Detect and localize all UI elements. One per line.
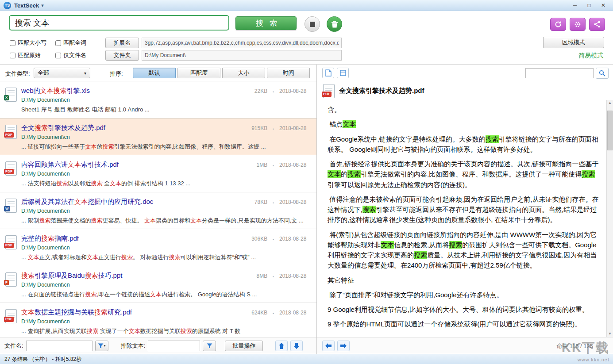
text-segment: 研究.pdf: [108, 308, 132, 316]
result-size: 915KB: [244, 125, 267, 131]
folder-field[interactable]: [142, 50, 342, 61]
scroll-up-icon[interactable]: ▲: [607, 100, 613, 106]
result-row[interactable]: P搜索引擎原理及Baidu搜索技巧.ppt8MB▪2018-08-28D:\My…: [0, 266, 316, 303]
file-type-dropdown[interactable]: 全部 ▾: [34, 68, 90, 78]
result-meta: 1MB▪2018-08-28: [244, 162, 310, 168]
simple-mode-link[interactable]: 简易模式: [578, 52, 603, 60]
sort-button-relevance[interactable]: 匹配度: [177, 68, 220, 78]
text-segment: 其它特征: [328, 276, 354, 284]
minimize-button[interactable]: ─: [569, 1, 581, 10]
exclude-filter-button[interactable]: [203, 341, 216, 351]
sort-button-time[interactable]: 时间: [267, 68, 310, 78]
sync-icon-button[interactable]: [550, 18, 566, 31]
result-filename[interactable]: 内容回顾第六讲文本索引技术.pdf: [21, 161, 244, 169]
meta-separator-icon: ▪: [273, 275, 274, 279]
result-body: 完整的搜索指南.pdf306KB▪2018-08-28D:\My Documen…: [21, 234, 310, 262]
stop-button[interactable]: [305, 16, 320, 32]
next-hit-button[interactable]: [337, 341, 350, 351]
result-row[interactable]: PDF文本数据主题挖掘与关联搜索研究.pdf624KB▪2018-08-28D:…: [0, 303, 316, 337]
layout-icon: [340, 70, 346, 76]
preview-scrollbar[interactable]: ▲ ▼: [606, 100, 613, 337]
result-snippet: ... 在页面的链接锚点进行搜索,即在一个链接的描述文本内进行检索。 Googl…: [21, 290, 310, 299]
extensions-field[interactable]: [142, 38, 342, 48]
sort-button-default[interactable]: 默认: [133, 68, 176, 78]
clear-results-button[interactable]: [327, 16, 342, 32]
text-segment: 引擎无法做索引的内容,比如图像、程序、和数据库。这提供了一种可能使得: [361, 170, 582, 178]
app-menu-caret-icon[interactable]: ▾: [41, 3, 44, 8]
preview-find-button[interactable]: [596, 68, 609, 79]
preview-find-input[interactable]: [525, 68, 594, 78]
result-snippet: ... 限制搜索范围来使文档的搜索更容易、快捷。 文本聚类的目标和文本分类是一样…: [21, 216, 310, 225]
filename-filter-label: 文件名:: [4, 342, 23, 350]
result-row[interactable]: PDF完整的搜索指南.pdf306KB▪2018-08-28D:\My Docu…: [0, 229, 316, 266]
match-original-checkbox-input[interactable]: [10, 53, 15, 58]
result-filename[interactable]: 完整的搜索指南.pdf: [21, 234, 244, 243]
result-size: 1MB: [244, 162, 267, 168]
chevron-down-icon: ▾: [84, 71, 86, 76]
result-filename[interactable]: 后缀树及其算法在文本挖掘中的应用研究.doc: [21, 198, 244, 206]
move-down-button[interactable]: [290, 341, 303, 351]
result-row[interactable]: PDF内容回顾第六讲文本索引技术.pdf1MB▪2018-08-28D:\My …: [0, 155, 316, 192]
settings-icon-button[interactable]: [570, 18, 586, 31]
text-segment: 技巧.ppt: [98, 272, 122, 279]
share-icon-button[interactable]: [589, 18, 605, 31]
result-filename[interactable]: 文本数据主题挖掘与关联搜索研究.pdf: [21, 308, 244, 317]
highlighted-term: 文本: [328, 170, 341, 178]
scroll-down-icon[interactable]: ▼: [607, 331, 613, 337]
xls-file-icon: X: [5, 88, 17, 102]
folder-button[interactable]: 文件夹: [105, 50, 139, 61]
text-segment: 以及邻近: [68, 180, 91, 187]
text-segment: ...: [21, 254, 27, 261]
trash-icon: [332, 21, 338, 28]
filename-only-checkbox-input[interactable]: [55, 53, 61, 58]
match-original-label: 匹配原始: [18, 51, 41, 59]
result-row[interactable]: PDF全文搜索引擎技术及趋势.pdf915KB▪2018-08-28D:\My …: [0, 119, 316, 156]
highlighted-term: 搜索: [85, 291, 96, 298]
text-segment: 可以利用逻辑运算符“和”或” ...: [181, 254, 256, 261]
text-segment: 引擎原理及Baidu: [35, 272, 85, 279]
scrollbar-thumb[interactable]: [607, 111, 613, 150]
highlighted-term: 文本: [87, 254, 98, 261]
maximize-button[interactable]: □: [583, 1, 595, 10]
highlighted-term: 搜索: [449, 241, 462, 249]
result-filename[interactable]: web的文本搜索引擎.xls: [21, 87, 244, 95]
match-word-checkbox[interactable]: 匹配全词: [55, 39, 86, 47]
move-up-button[interactable]: [275, 341, 288, 351]
pdf-file-icon: PDF: [5, 161, 17, 176]
match-word-checkbox-input[interactable]: [55, 40, 61, 46]
match-case-checkbox[interactable]: 匹配大小写: [10, 39, 46, 47]
search-button[interactable]: 搜索: [235, 16, 297, 30]
highlighted-term: 搜索: [94, 308, 108, 316]
open-document-icon-button[interactable]: [322, 68, 334, 78]
batch-operations-button[interactable]: 批量操作: [225, 341, 263, 351]
match-case-checkbox-input[interactable]: [10, 40, 15, 46]
result-filename[interactable]: 搜索引擎原理及Baidu搜索技巧.ppt: [21, 272, 244, 280]
layout-view-icon-button[interactable]: [337, 68, 349, 78]
previous-hit-button[interactable]: [322, 341, 335, 351]
preview-panel: PDF 全文搜索引擎技术及趋势.pdf 含。 锚点文本 在Google系统中,链…: [316, 65, 613, 354]
highlighted-term: 文本: [144, 217, 156, 224]
search-input[interactable]: [9, 15, 229, 31]
sort-button-size[interactable]: 大小: [222, 68, 265, 78]
text-segment: 9 整个原始的HTML页面可以通过一个存储系统获得(用户可以通过它获得网页的快照…: [328, 320, 581, 328]
filename-filter-input[interactable]: [26, 341, 93, 351]
zone-mode-button[interactable]: 区域模式: [543, 37, 604, 48]
text-segment: 指南.pdf: [54, 234, 79, 242]
result-date: 2018-08-28: [279, 199, 310, 205]
preview-header: PDF 全文搜索引擎技术及趋势.pdf: [317, 81, 613, 100]
filename-only-checkbox[interactable]: 仅文件名: [55, 51, 86, 59]
exclude-text-input[interactable]: [148, 341, 200, 351]
text-segment: 数据挖掘与关联: [140, 328, 181, 334]
match-original-checkbox[interactable]: 匹配原始: [10, 51, 41, 59]
highlighted-term: 搜索: [486, 135, 499, 143]
result-body: 搜索引擎原理及Baidu搜索技巧.ppt8MB▪2018-08-28D:\My …: [21, 272, 310, 299]
result-row[interactable]: W后缀树及其算法在文本挖掘中的应用研究.doc78KB▪2018-08-28D:…: [0, 192, 316, 230]
result-row[interactable]: Xweb的文本搜索引擎.xls22KB▪2018-08-28D:\My Docu…: [0, 81, 316, 119]
close-button[interactable]: ✕: [597, 1, 609, 10]
result-filename[interactable]: 全文搜索引擎技术及趋势.pdf: [21, 124, 244, 132]
text-segment: 的倒 排索引结构 1 13 32 ...: [121, 180, 190, 187]
extensions-button[interactable]: 扩展名: [105, 38, 139, 48]
filename-filter-button[interactable]: ▾: [95, 341, 108, 351]
result-body: 后缀树及其算法在文本挖掘中的应用研究.doc78KB▪2018-08-28D:\…: [21, 198, 310, 225]
text-segment: 的: [341, 170, 347, 178]
